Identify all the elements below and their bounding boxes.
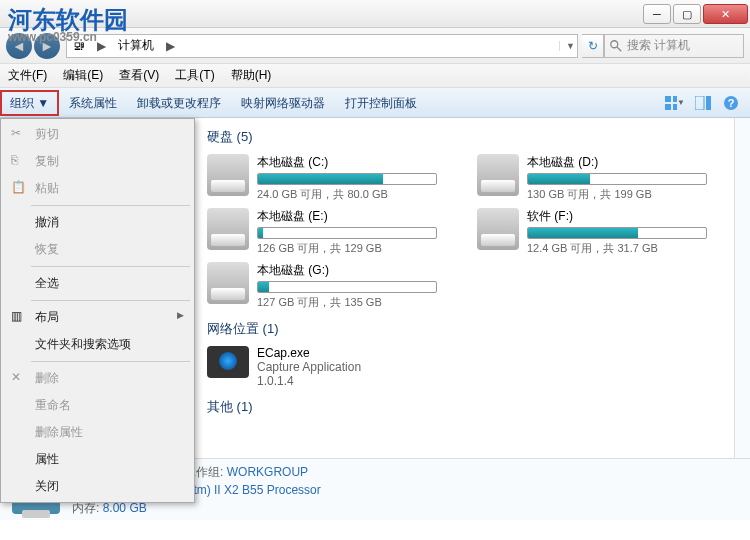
delete-icon: ✕ (11, 370, 25, 384)
preview-pane-icon (695, 96, 711, 110)
menu-paste[interactable]: 📋粘贴 (3, 175, 192, 202)
drive-capacity-bar (527, 173, 707, 185)
search-box[interactable]: 搜索 计算机 (604, 34, 744, 58)
menu-layout[interactable]: ▥布局▶ (3, 304, 192, 331)
command-bar: 组织 ▼ 系统属性 卸载或更改程序 映射网络驱动器 打开控制面板 ▼ ? (0, 88, 750, 118)
drive-name: 本地磁盘 (G:) (257, 262, 437, 279)
drive-capacity-bar (257, 173, 437, 185)
menu-view[interactable]: 查看(V) (111, 67, 167, 84)
drive-name: 软件 (F:) (527, 208, 707, 225)
svg-point-0 (611, 40, 618, 47)
system-properties-button[interactable]: 系统属性 (59, 89, 127, 117)
drive-space-text: 12.4 GB 可用，共 31.7 GB (527, 241, 707, 256)
drive-space-text: 130 GB 可用，共 199 GB (527, 187, 707, 202)
drive-capacity-bar (257, 227, 437, 239)
menu-separator (31, 205, 190, 206)
layout-icon: ▥ (11, 309, 25, 323)
refresh-button[interactable]: ↻ (582, 34, 604, 58)
drive-space-text: 126 GB 可用，共 129 GB (257, 241, 437, 256)
svg-rect-7 (706, 96, 711, 110)
menu-separator (31, 361, 190, 362)
menu-folder-options[interactable]: 文件夹和搜索选项 (3, 331, 192, 358)
drive-item[interactable]: 本地磁盘 (C:) 24.0 GB 可用，共 80.0 GB (207, 154, 437, 202)
preview-pane-button[interactable] (692, 92, 714, 114)
menu-select-all[interactable]: 全选 (3, 270, 192, 297)
search-icon (609, 39, 623, 53)
svg-text:?: ? (728, 97, 735, 109)
drive-name: 本地磁盘 (D:) (527, 154, 707, 171)
menu-help[interactable]: 帮助(H) (223, 67, 280, 84)
drive-space-text: 127 GB 可用，共 135 GB (257, 295, 437, 310)
menu-separator (31, 266, 190, 267)
menu-file[interactable]: 文件(F) (0, 67, 55, 84)
drive-icon (477, 208, 519, 250)
map-network-drive-button[interactable]: 映射网络驱动器 (231, 89, 335, 117)
menu-tools[interactable]: 工具(T) (167, 67, 222, 84)
camera-icon (207, 346, 249, 378)
maximize-button[interactable]: ▢ (673, 4, 701, 24)
item-name: ECap.exe (257, 346, 361, 360)
drive-item[interactable]: 本地磁盘 (G:) 127 GB 可用，共 135 GB (207, 262, 437, 310)
drive-icon (207, 154, 249, 196)
menu-undo[interactable]: 撤消 (3, 209, 192, 236)
svg-line-1 (617, 46, 621, 50)
menu-properties[interactable]: 属性 (3, 446, 192, 473)
svg-rect-4 (665, 104, 671, 110)
group-hard-drives[interactable]: 硬盘 (5) (207, 128, 722, 146)
watermark: 河东软件园 www.pc0359.cn (0, 0, 200, 40)
paste-icon: 📋 (11, 180, 25, 194)
copy-icon: ⎘ (11, 153, 25, 167)
control-panel-button[interactable]: 打开控制面板 (335, 89, 427, 117)
workgroup-value: WORKGROUP (227, 465, 308, 479)
watermark-title: 河东软件园 (8, 6, 128, 33)
drive-capacity-bar (257, 281, 437, 293)
drive-icon (207, 262, 249, 304)
view-options-button[interactable]: ▼ (664, 92, 686, 114)
menu-separator (31, 300, 190, 301)
menu-remove-properties[interactable]: 删除属性 (3, 419, 192, 446)
content-area: ✂剪切 ⎘复制 📋粘贴 撤消 恢复 全选 ▥布局▶ 文件夹和搜索选项 ✕删除 重… (0, 118, 750, 458)
drive-icon (477, 154, 519, 196)
item-version: 1.0.1.4 (257, 374, 361, 388)
group-other[interactable]: 其他 (1) (207, 398, 722, 416)
menu-cut[interactable]: ✂剪切 (3, 121, 192, 148)
drive-icon (207, 208, 249, 250)
uninstall-programs-button[interactable]: 卸载或更改程序 (127, 89, 231, 117)
menu-copy[interactable]: ⎘复制 (3, 148, 192, 175)
view-icon (665, 96, 677, 110)
svg-rect-6 (695, 96, 704, 110)
help-button[interactable]: ? (720, 92, 742, 114)
menu-close[interactable]: 关闭 (3, 473, 192, 500)
network-item[interactable]: ECap.exe Capture Application 1.0.1.4 (207, 346, 722, 388)
organize-menu: ✂剪切 ⎘复制 📋粘贴 撤消 恢复 全选 ▥布局▶ 文件夹和搜索选项 ✕删除 重… (0, 118, 195, 503)
drive-item[interactable]: 本地磁盘 (E:) 126 GB 可用，共 129 GB (207, 208, 437, 256)
file-list: 硬盘 (5) 本地磁盘 (C:) 24.0 GB 可用，共 80.0 GB 本地… (195, 118, 734, 458)
drive-item[interactable]: 本地磁盘 (D:) 130 GB 可用，共 199 GB (477, 154, 707, 202)
minimize-button[interactable]: ─ (643, 4, 671, 24)
drive-name: 本地磁盘 (E:) (257, 208, 437, 225)
help-icon: ? (723, 95, 739, 111)
drive-space-text: 24.0 GB 可用，共 80.0 GB (257, 187, 437, 202)
preview-pane (734, 118, 750, 458)
menu-edit[interactable]: 编辑(E) (55, 67, 111, 84)
organize-button[interactable]: 组织 ▼ (0, 90, 59, 116)
close-button[interactable]: ✕ (703, 4, 748, 24)
navigation-pane: ✂剪切 ⎘复制 📋粘贴 撤消 恢复 全选 ▥布局▶ 文件夹和搜索选项 ✕删除 重… (0, 118, 195, 458)
menu-rename[interactable]: 重命名 (3, 392, 192, 419)
drive-item[interactable]: 软件 (F:) 12.4 GB 可用，共 31.7 GB (477, 208, 707, 256)
drive-capacity-bar (527, 227, 707, 239)
item-description: Capture Application (257, 360, 361, 374)
drive-name: 本地磁盘 (C:) (257, 154, 437, 171)
search-placeholder: 搜索 计算机 (627, 37, 690, 54)
cut-icon: ✂ (11, 126, 25, 140)
menu-bar: 文件(F) 编辑(E) 查看(V) 工具(T) 帮助(H) (0, 64, 750, 88)
menu-delete[interactable]: ✕删除 (3, 365, 192, 392)
svg-rect-2 (665, 96, 671, 102)
group-network-locations[interactable]: 网络位置 (1) (207, 320, 722, 338)
menu-redo[interactable]: 恢复 (3, 236, 192, 263)
submenu-arrow-icon: ▶ (177, 310, 184, 320)
breadcrumb-dropdown[interactable]: ▼ (559, 41, 577, 51)
